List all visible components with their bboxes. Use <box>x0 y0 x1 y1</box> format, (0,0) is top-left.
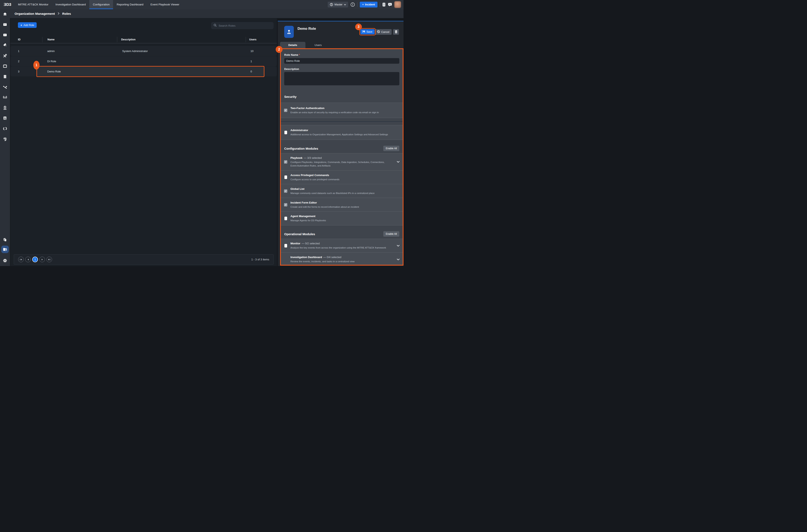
checkbox-checked-icon[interactable] <box>284 160 287 164</box>
tab-details[interactable]: Details <box>280 42 305 48</box>
schedule-icon[interactable] <box>2 22 7 27</box>
settings-gear-icon[interactable] <box>2 258 7 263</box>
description-textarea[interactable] <box>284 72 399 86</box>
checkbox-unchecked-icon[interactable] <box>284 217 287 220</box>
new-incident-button[interactable]: + Incident <box>360 2 377 7</box>
roles-list-panel: + Add Role ID Name Description Users 1 <box>11 18 277 266</box>
data-management-icon[interactable] <box>2 74 7 79</box>
checkbox-checked-icon[interactable] <box>284 189 287 193</box>
column-header-users[interactable]: Users <box>246 37 277 42</box>
last-page-button[interactable] <box>46 256 52 262</box>
operational-modules-list: Monitor— 0/2 selected Analyze the key ev… <box>284 239 399 266</box>
next-page-button[interactable] <box>39 256 45 262</box>
annotation-box-2-details-form: Role Name* Description Security Two-Fact… <box>280 48 404 266</box>
data-ingestion-icon[interactable] <box>2 95 7 100</box>
sync-icon[interactable] <box>2 126 7 131</box>
checkbox-unchecked-icon[interactable] <box>284 175 287 179</box>
checkbox-unchecked-icon[interactable] <box>284 131 287 134</box>
module-access-privileged-commands: Access Privileged Commands Configure acc… <box>281 170 403 184</box>
site-selector-label: Master <box>335 3 342 6</box>
annotation-box-3: Save <box>359 28 376 35</box>
item-description: Additional access to Organization Manage… <box>290 133 390 136</box>
chevron-down-icon[interactable] <box>397 244 400 247</box>
previous-page-button[interactable] <box>25 256 31 262</box>
breadcrumb-org-management[interactable]: Organization Management <box>15 12 55 16</box>
add-role-button[interactable]: + Add Role <box>18 22 37 28</box>
module-agent-management: Agent Management Manage Agents for D3 Pl… <box>281 211 403 225</box>
page-1-button[interactable]: 1 <box>32 256 38 262</box>
home-icon[interactable] <box>2 12 7 17</box>
connections-icon[interactable] <box>2 84 7 90</box>
table-header: ID Name Description Users <box>11 36 277 43</box>
divider <box>281 121 403 122</box>
copy-icon[interactable] <box>2 237 7 242</box>
cell-id: 1 <box>11 50 42 53</box>
d3-logo: ED3 <box>4 2 11 7</box>
save-button[interactable]: Save <box>360 29 375 34</box>
cell-name: Di Role <box>42 60 117 63</box>
cancel-icon <box>377 30 380 34</box>
nav-item-configuration[interactable]: Configuration <box>89 0 113 9</box>
calendar-icon[interactable] <box>2 64 7 69</box>
configuration-modules-list: Playbook— 3/3 selected Configure Playboo… <box>284 153 399 225</box>
chat-icon[interactable] <box>388 2 392 7</box>
incident-forms-icon[interactable] <box>2 116 7 121</box>
web-icon[interactable] <box>2 105 7 110</box>
detail-tabs: Details Users <box>280 42 331 48</box>
trash-icon <box>395 30 397 34</box>
module-playbook: Playbook— 3/3 selected Configure Playboo… <box>281 153 403 170</box>
item-description: Enable an extra layer of security by req… <box>290 111 390 114</box>
user-avatar[interactable] <box>394 1 401 8</box>
search-roles-input[interactable] <box>219 24 271 27</box>
delete-button[interactable] <box>393 29 399 35</box>
description-label: Description <box>284 68 399 71</box>
organization-management-icon-active[interactable] <box>1 246 9 253</box>
role-name-label: Role Name* <box>284 53 399 56</box>
site-selector-dropdown[interactable]: Master <box>328 2 348 7</box>
checkbox-checked-icon[interactable] <box>284 203 287 207</box>
role-detail-header: Demo Role 3 Save Cancel <box>278 21 404 41</box>
chevron-down-icon[interactable] <box>397 160 400 164</box>
table-row-selected[interactable]: 3 Demo Role 0 1 <box>11 66 277 76</box>
table-body: 1 admin System Administrator 10 2 Di Rol… <box>11 46 277 77</box>
nav-item-event-playbook-viewer[interactable]: Event Playbook Viewer <box>147 0 183 9</box>
configuration-modules-heading: Configuration Modules <box>284 147 318 150</box>
column-header-name[interactable]: Name <box>42 37 117 42</box>
security-heading: Security <box>284 95 399 98</box>
role-name-input[interactable] <box>284 58 399 64</box>
cell-users: 10 <box>246 50 277 53</box>
cancel-button[interactable]: Cancel <box>375 29 392 35</box>
enable-all-operational-button[interactable]: Enable All <box>383 231 399 237</box>
cell-users: 0 <box>246 70 277 73</box>
fingerprint-icon[interactable] <box>2 136 7 141</box>
nav-item-investigation-dashboard[interactable]: Investigation Dashboard <box>52 0 90 9</box>
checkbox-checked-icon[interactable] <box>284 109 287 112</box>
role-detail-panel: Demo Role 3 Save Cancel <box>278 21 404 266</box>
table-row[interactable]: 2 Di Role 1 <box>11 56 277 66</box>
playbook-viewer-icon[interactable] <box>2 33 7 37</box>
info-icon[interactable] <box>351 2 355 7</box>
annotation-badge-1: 1 <box>33 61 40 70</box>
breadcrumb: Organization Management Roles <box>10 9 404 18</box>
top-nav: ED3 MITRE ATT&CK Monitor Investigation D… <box>0 0 404 9</box>
nav-item-mitre-attck-monitor[interactable]: MITRE ATT&CK Monitor <box>14 0 52 9</box>
role-title: Demo Role <box>298 27 316 31</box>
cell-description: System Administrator <box>117 50 246 53</box>
role-avatar <box>284 26 294 38</box>
release-notes-icon[interactable] <box>382 2 386 7</box>
search-roles-box[interactable] <box>211 22 274 29</box>
security-item-administrator: Administrator Additional access to Organ… <box>281 125 403 140</box>
integrations-icon[interactable] <box>2 43 7 48</box>
chevron-down-icon[interactable] <box>397 258 400 261</box>
utility-commands-icon[interactable] <box>2 53 7 58</box>
plus-icon: + <box>362 3 364 6</box>
checkbox-unchecked-icon[interactable] <box>284 244 287 247</box>
column-header-id[interactable]: ID <box>11 37 42 42</box>
table-row[interactable]: 1 admin System Administrator 10 <box>11 46 277 56</box>
chevron-right-icon <box>58 12 59 16</box>
tab-users[interactable]: Users <box>305 42 331 48</box>
column-header-description[interactable]: Description <box>117 37 246 42</box>
nav-item-reporting-dashboard[interactable]: Reporting Dashboard <box>113 0 147 9</box>
first-page-button[interactable] <box>18 256 24 262</box>
enable-all-configuration-button[interactable]: Enable All <box>383 146 399 151</box>
